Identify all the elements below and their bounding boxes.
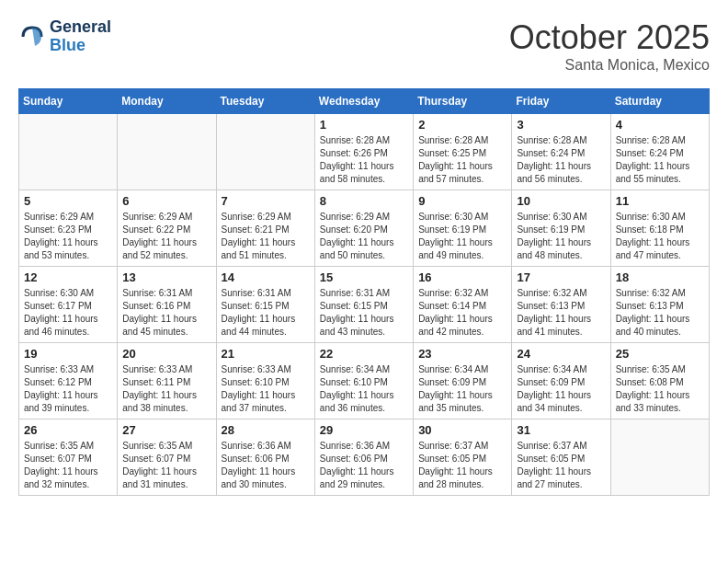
day-info: Sunrise: 6:35 AM Sunset: 6:07 PM Dayligh…	[24, 440, 112, 491]
day-info: Sunrise: 6:34 AM Sunset: 6:10 PM Dayligh…	[320, 363, 408, 415]
calendar-cell: 28Sunrise: 6:36 AM Sunset: 6:06 PM Dayli…	[216, 419, 314, 496]
day-number: 23	[418, 347, 506, 361]
calendar-cell: 18Sunrise: 6:32 AM Sunset: 6:13 PM Dayli…	[610, 267, 709, 343]
day-number: 2	[418, 118, 506, 132]
calendar-cell: 27Sunrise: 6:35 AM Sunset: 6:07 PM Dayli…	[118, 419, 216, 496]
weekday-header-thursday: Thursday	[414, 89, 512, 114]
day-number: 22	[320, 347, 408, 361]
calendar-cell: 6Sunrise: 6:29 AM Sunset: 6:22 PM Daylig…	[118, 190, 216, 267]
day-info: Sunrise: 6:29 AM Sunset: 6:22 PM Dayligh…	[122, 211, 210, 262]
day-number: 7	[222, 194, 310, 208]
logo-blue: Blue	[50, 37, 111, 55]
weekday-header-row: SundayMondayTuesdayWednesdayThursdayFrid…	[19, 89, 710, 114]
day-info: Sunrise: 6:30 AM Sunset: 6:18 PM Dayligh…	[616, 211, 704, 262]
day-number: 20	[122, 347, 210, 361]
calendar-cell: 22Sunrise: 6:34 AM Sunset: 6:10 PM Dayli…	[314, 343, 413, 419]
day-info: Sunrise: 6:30 AM Sunset: 6:19 PM Dayligh…	[517, 211, 605, 262]
day-number: 28	[222, 423, 310, 437]
logo-icon	[18, 23, 46, 51]
day-info: Sunrise: 6:29 AM Sunset: 6:23 PM Dayligh…	[24, 211, 112, 262]
calendar-cell: 4Sunrise: 6:28 AM Sunset: 6:24 PM Daylig…	[610, 114, 709, 190]
calendar-week-3: 19Sunrise: 6:33 AM Sunset: 6:12 PM Dayli…	[19, 343, 710, 419]
day-number: 15	[320, 270, 408, 284]
weekday-header-sunday: Sunday	[19, 89, 118, 114]
day-number: 29	[320, 423, 408, 437]
calendar-week-4: 26Sunrise: 6:35 AM Sunset: 6:07 PM Dayli…	[19, 419, 710, 496]
day-number: 24	[517, 347, 605, 361]
calendar-cell: 16Sunrise: 6:32 AM Sunset: 6:14 PM Dayli…	[414, 267, 512, 343]
calendar-week-0: 1Sunrise: 6:28 AM Sunset: 6:26 PM Daylig…	[19, 114, 710, 190]
weekday-header-monday: Monday	[118, 89, 216, 114]
day-info: Sunrise: 6:28 AM Sunset: 6:24 PM Dayligh…	[616, 134, 704, 186]
calendar-cell: 14Sunrise: 6:31 AM Sunset: 6:15 PM Dayli…	[216, 267, 314, 343]
day-info: Sunrise: 6:31 AM Sunset: 6:16 PM Dayligh…	[122, 287, 210, 339]
location-subtitle: Santa Monica, Mexico	[509, 57, 710, 74]
calendar-cell: 29Sunrise: 6:36 AM Sunset: 6:06 PM Dayli…	[314, 419, 413, 496]
logo: General Blue	[18, 18, 111, 55]
weekday-header-tuesday: Tuesday	[216, 89, 314, 114]
day-info: Sunrise: 6:28 AM Sunset: 6:25 PM Dayligh…	[418, 134, 506, 186]
day-info: Sunrise: 6:29 AM Sunset: 6:21 PM Dayligh…	[222, 211, 310, 262]
day-info: Sunrise: 6:36 AM Sunset: 6:06 PM Dayligh…	[320, 440, 408, 491]
day-number: 27	[122, 423, 210, 437]
day-info: Sunrise: 6:32 AM Sunset: 6:13 PM Dayligh…	[616, 287, 704, 339]
day-info: Sunrise: 6:28 AM Sunset: 6:26 PM Dayligh…	[320, 134, 408, 186]
calendar-cell: 20Sunrise: 6:33 AM Sunset: 6:11 PM Dayli…	[118, 343, 216, 419]
day-info: Sunrise: 6:30 AM Sunset: 6:19 PM Dayligh…	[418, 211, 506, 262]
day-number: 12	[24, 270, 112, 284]
day-info: Sunrise: 6:30 AM Sunset: 6:17 PM Dayligh…	[24, 287, 112, 339]
calendar-week-2: 12Sunrise: 6:30 AM Sunset: 6:17 PM Dayli…	[19, 267, 710, 343]
calendar-cell	[216, 114, 314, 190]
calendar-cell: 24Sunrise: 6:34 AM Sunset: 6:09 PM Dayli…	[512, 343, 610, 419]
calendar-cell	[118, 114, 216, 190]
month-title: October 2025	[509, 18, 710, 57]
day-info: Sunrise: 6:33 AM Sunset: 6:12 PM Dayligh…	[24, 363, 112, 415]
day-number: 13	[122, 270, 210, 284]
calendar-cell	[19, 114, 118, 190]
weekday-header-saturday: Saturday	[610, 89, 709, 114]
day-number: 18	[616, 270, 704, 284]
calendar-cell: 9Sunrise: 6:30 AM Sunset: 6:19 PM Daylig…	[414, 190, 512, 267]
day-number: 30	[418, 423, 506, 437]
calendar-week-1: 5Sunrise: 6:29 AM Sunset: 6:23 PM Daylig…	[19, 190, 710, 267]
day-info: Sunrise: 6:33 AM Sunset: 6:11 PM Dayligh…	[122, 363, 210, 415]
day-info: Sunrise: 6:31 AM Sunset: 6:15 PM Dayligh…	[222, 287, 310, 339]
calendar-cell: 12Sunrise: 6:30 AM Sunset: 6:17 PM Dayli…	[19, 267, 118, 343]
day-number: 4	[616, 118, 704, 132]
day-info: Sunrise: 6:34 AM Sunset: 6:09 PM Dayligh…	[517, 363, 605, 415]
calendar-cell: 23Sunrise: 6:34 AM Sunset: 6:09 PM Dayli…	[414, 343, 512, 419]
day-number: 5	[24, 194, 112, 208]
day-info: Sunrise: 6:36 AM Sunset: 6:06 PM Dayligh…	[222, 440, 310, 491]
title-block: October 2025 Santa Monica, Mexico	[509, 18, 710, 74]
day-info: Sunrise: 6:37 AM Sunset: 6:05 PM Dayligh…	[418, 440, 506, 491]
day-number: 3	[517, 118, 605, 132]
page-header: General Blue October 2025 Santa Monica, …	[18, 18, 710, 74]
calendar-cell	[610, 419, 709, 496]
logo-general: General	[50, 18, 111, 37]
day-info: Sunrise: 6:37 AM Sunset: 6:05 PM Dayligh…	[517, 440, 605, 491]
calendar-cell: 1Sunrise: 6:28 AM Sunset: 6:26 PM Daylig…	[314, 114, 413, 190]
calendar-cell: 8Sunrise: 6:29 AM Sunset: 6:20 PM Daylig…	[314, 190, 413, 267]
day-info: Sunrise: 6:35 AM Sunset: 6:08 PM Dayligh…	[616, 363, 704, 415]
day-info: Sunrise: 6:33 AM Sunset: 6:10 PM Dayligh…	[222, 363, 310, 415]
day-number: 21	[222, 347, 310, 361]
day-info: Sunrise: 6:31 AM Sunset: 6:15 PM Dayligh…	[320, 287, 408, 339]
day-number: 16	[418, 270, 506, 284]
day-info: Sunrise: 6:29 AM Sunset: 6:20 PM Dayligh…	[320, 211, 408, 262]
calendar-cell: 11Sunrise: 6:30 AM Sunset: 6:18 PM Dayli…	[610, 190, 709, 267]
weekday-header-friday: Friday	[512, 89, 610, 114]
day-number: 26	[24, 423, 112, 437]
calendar-cell: 25Sunrise: 6:35 AM Sunset: 6:08 PM Dayli…	[610, 343, 709, 419]
day-number: 25	[616, 347, 704, 361]
day-number: 31	[517, 423, 605, 437]
calendar-table: SundayMondayTuesdayWednesdayThursdayFrid…	[18, 88, 710, 496]
calendar-cell: 15Sunrise: 6:31 AM Sunset: 6:15 PM Dayli…	[314, 267, 413, 343]
calendar-cell: 30Sunrise: 6:37 AM Sunset: 6:05 PM Dayli…	[414, 419, 512, 496]
day-info: Sunrise: 6:32 AM Sunset: 6:14 PM Dayligh…	[418, 287, 506, 339]
day-number: 8	[320, 194, 408, 208]
day-info: Sunrise: 6:32 AM Sunset: 6:13 PM Dayligh…	[517, 287, 605, 339]
calendar-cell: 5Sunrise: 6:29 AM Sunset: 6:23 PM Daylig…	[19, 190, 118, 267]
calendar-cell: 19Sunrise: 6:33 AM Sunset: 6:12 PM Dayli…	[19, 343, 118, 419]
calendar-cell: 2Sunrise: 6:28 AM Sunset: 6:25 PM Daylig…	[414, 114, 512, 190]
day-number: 19	[24, 347, 112, 361]
